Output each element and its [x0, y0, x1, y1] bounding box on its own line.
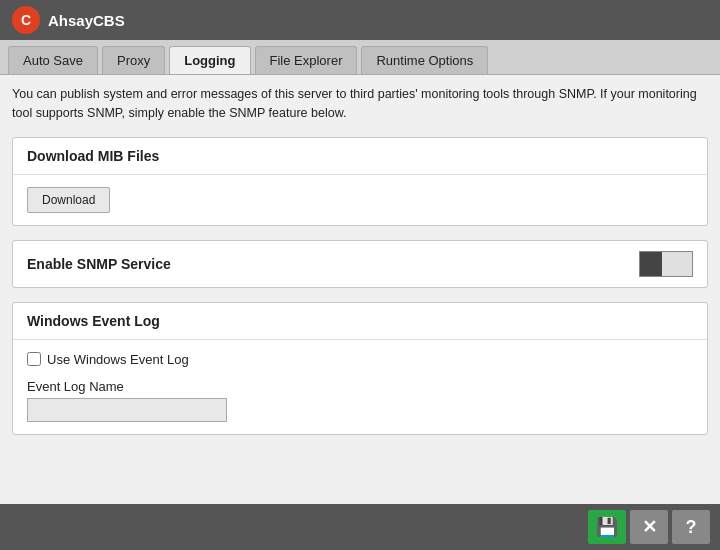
tab-bar: Auto Save Proxy Logging File Explorer Ru…	[0, 40, 720, 75]
save-icon: 💾	[596, 516, 618, 538]
windows-event-log-body: Use Windows Event Log Event Log Name	[13, 340, 707, 434]
help-icon: ?	[686, 517, 697, 538]
event-log-name-input[interactable]	[27, 398, 227, 422]
main-content: You can publish system and error message…	[0, 75, 720, 504]
cancel-icon: ✕	[642, 516, 657, 538]
download-button[interactable]: Download	[27, 187, 110, 213]
app-title: AhsayCBS	[48, 12, 125, 29]
tab-logging[interactable]: Logging	[169, 46, 250, 74]
snmp-row: Enable SNMP Service	[13, 241, 707, 287]
tab-auto-save[interactable]: Auto Save	[8, 46, 98, 74]
help-button[interactable]: ?	[672, 510, 710, 544]
use-windows-event-log-label[interactable]: Use Windows Event Log	[47, 352, 189, 367]
app-header: C AhsayCBS	[0, 0, 720, 40]
tab-runtime-options[interactable]: Runtime Options	[361, 46, 488, 74]
snmp-description: You can publish system and error message…	[12, 85, 708, 123]
snmp-toggle[interactable]	[639, 251, 693, 277]
download-mib-body: Download	[13, 175, 707, 225]
windows-event-log-section: Windows Event Log Use Windows Event Log …	[12, 302, 708, 435]
use-windows-event-log-checkbox[interactable]	[27, 352, 41, 366]
download-mib-section: Download MIB Files Download	[12, 137, 708, 226]
snmp-service-section: Enable SNMP Service	[12, 240, 708, 288]
snmp-label: Enable SNMP Service	[27, 256, 171, 272]
app-logo: C	[12, 6, 40, 34]
windows-event-log-title: Windows Event Log	[13, 303, 707, 340]
download-mib-title: Download MIB Files	[13, 138, 707, 175]
save-button[interactable]: 💾	[588, 510, 626, 544]
use-windows-event-log-row: Use Windows Event Log	[27, 352, 693, 367]
footer: 💾 ✕ ?	[0, 504, 720, 550]
cancel-button[interactable]: ✕	[630, 510, 668, 544]
tab-proxy[interactable]: Proxy	[102, 46, 165, 74]
event-log-name-label: Event Log Name	[27, 379, 693, 394]
toggle-handle	[640, 252, 662, 276]
tab-file-explorer[interactable]: File Explorer	[255, 46, 358, 74]
